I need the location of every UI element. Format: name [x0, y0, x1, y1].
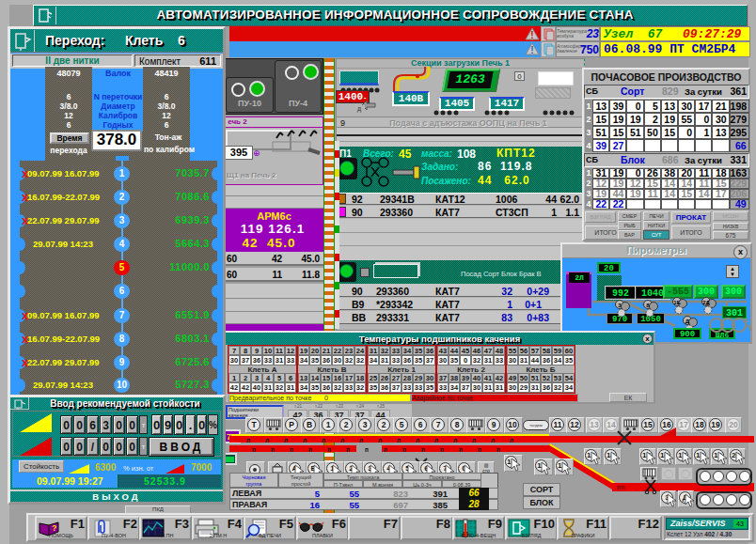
- svg-text:!: !: [530, 30, 533, 40]
- svg-text:!: !: [530, 45, 533, 55]
- svg-text:1Б: 1Б: [673, 300, 681, 305]
- svg-text:2Д: 2Д: [702, 300, 710, 305]
- svg-text:Д: Д: [685, 319, 690, 324]
